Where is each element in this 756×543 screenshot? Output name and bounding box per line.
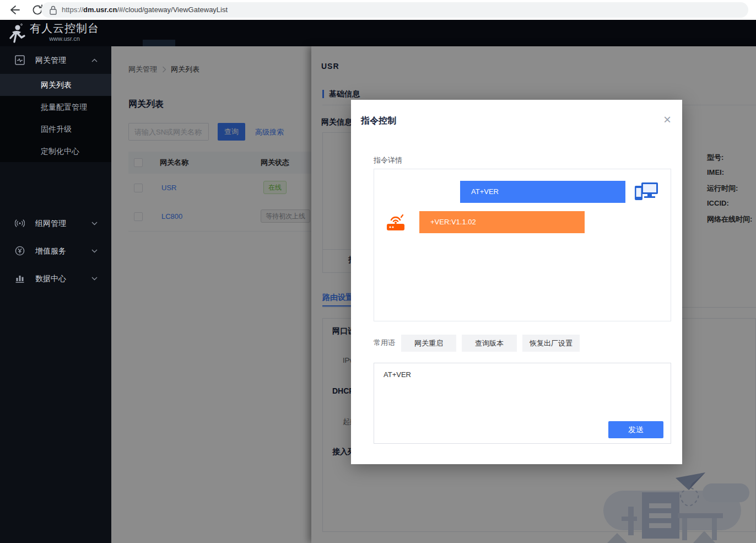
sidebar-item-batch-config[interactable]: 批量配置管理 bbox=[0, 96, 111, 118]
quick-button-restart[interactable]: 网关重启 bbox=[401, 335, 456, 352]
reply-bubble: +VER:V1.1.02 bbox=[419, 211, 585, 233]
command-control-modal: 指令控制 × 指令详情 AT+VER bbox=[351, 100, 682, 464]
sidebar-group-value-services[interactable]: 增值服务 bbox=[0, 237, 111, 265]
client-devices-icon bbox=[635, 181, 659, 202]
url-scheme: https:// bbox=[62, 6, 83, 14]
common-phrases-label: 常用语 bbox=[374, 338, 395, 348]
gateway-icon bbox=[15, 55, 25, 65]
chevron-up-icon bbox=[91, 58, 98, 62]
sidebar-item-firmware-upgrade[interactable]: 固件升级 bbox=[0, 118, 111, 140]
chevron-down-icon bbox=[91, 222, 98, 225]
brand: 有人云控制台 www.usr.cn bbox=[30, 21, 99, 42]
sidebar-group-data-center[interactable]: 数据中心 bbox=[0, 265, 111, 292]
send-button[interactable]: 发送 bbox=[608, 421, 663, 438]
sidebar-group-networking[interactable]: 组网管理 bbox=[0, 209, 111, 237]
reply-row: +VER:V1.1.02 bbox=[374, 211, 671, 233]
modal-title: 指令控制 bbox=[361, 115, 396, 127]
browser-toolbar: https://dm.usr.cn/#/cloud/gateway/ViewGa… bbox=[0, 0, 756, 20]
lock-icon bbox=[50, 6, 57, 15]
close-icon[interactable]: × bbox=[660, 112, 675, 127]
quick-button-query-version[interactable]: 查询版本 bbox=[462, 335, 517, 352]
value-service-icon bbox=[15, 246, 25, 256]
command-input-panel: AT+VER 发送 bbox=[374, 363, 671, 444]
command-detail-label: 指令详情 bbox=[374, 155, 402, 165]
router-icon bbox=[386, 213, 406, 232]
chevron-down-icon bbox=[91, 249, 98, 253]
screen: https://dm.usr.cn/#/cloud/gateway/ViewGa… bbox=[0, 0, 756, 543]
chevron-down-icon bbox=[91, 277, 98, 281]
network-icon bbox=[15, 218, 25, 228]
sidebar-group-label: 数据中心 bbox=[35, 265, 66, 292]
sidebar-item-customization[interactable]: 定制化中心 bbox=[0, 140, 111, 162]
command-log-panel: AT+VER bbox=[374, 169, 671, 321]
brand-subtitle: www.usr.cn bbox=[30, 35, 99, 42]
data-center-icon bbox=[15, 273, 25, 283]
url-path: /#/cloud/gateway/ViewGatewayList bbox=[117, 6, 228, 14]
sidebar-item-gateway-list[interactable]: 网关列表 bbox=[0, 74, 111, 96]
usr-logo-icon bbox=[7, 23, 26, 44]
app-header: 有人云控制台 www.usr.cn IoT DM SIM 官方商城 bbox=[0, 20, 756, 46]
brand-title: 有人云控制台 bbox=[30, 21, 99, 35]
sidebar-group-label: 增值服务 bbox=[35, 237, 66, 265]
sent-command-bubble: AT+VER bbox=[460, 181, 625, 203]
sent-command-row: AT+VER bbox=[374, 181, 671, 203]
sidebar-group-label: 网关管理 bbox=[35, 46, 66, 74]
sidebar-group-label: 组网管理 bbox=[35, 209, 66, 237]
url-host: dm.usr.cn bbox=[83, 6, 117, 14]
sidebar-submenu: 网关列表 批量配置管理 固件升级 定制化中心 bbox=[0, 74, 111, 162]
url-text: https://dm.usr.cn/#/cloud/gateway/ViewGa… bbox=[62, 6, 228, 14]
back-icon[interactable] bbox=[8, 3, 21, 17]
sidebar-group-gateway[interactable]: 网关管理 bbox=[0, 46, 111, 74]
sidebar: 网关管理 网关列表 批量配置管理 固件升级 定制化中心 组网管理 增值服务 数据… bbox=[0, 46, 111, 543]
quick-button-factory-reset[interactable]: 恢复出厂设置 bbox=[522, 335, 580, 352]
